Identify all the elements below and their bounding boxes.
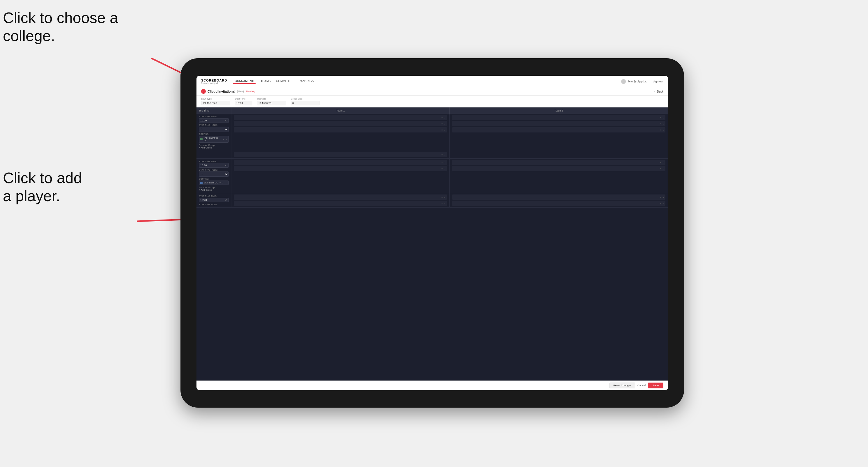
start-type-label: Start Type — [201, 97, 230, 100]
slot-x-6-1[interactable]: × — [659, 196, 661, 198]
slot-x-6-2[interactable]: × — [659, 202, 661, 205]
tee-info-2: STARTING TIME: 10:10 ⏱ STARTING HOLE: 1 … — [196, 159, 231, 193]
tee-row-1: STARTING TIME: 10:00 ⏱ STARTING HOLE: 1 … — [196, 114, 668, 151]
slot-arrow-5-1: ⌄ — [444, 196, 446, 198]
player-slot-3-2[interactable]: × ⌄ — [234, 166, 447, 171]
player-slot-2-3[interactable]: × ⌄ — [452, 127, 665, 132]
add-group-2[interactable]: + Add Group — [199, 189, 229, 191]
team2-cell-3: × ⌄ × ⌄ — [450, 193, 668, 207]
hole-select-2[interactable]: 1 — [199, 172, 229, 177]
player-slot-4-1[interactable]: × ⌄ — [452, 160, 665, 165]
tee-group-1: STARTING TIME: 10:00 ⏱ STARTING HOLE: 1 … — [196, 114, 668, 159]
course-remove-1[interactable]: × — [223, 138, 224, 141]
left-spacer-1 — [196, 151, 231, 158]
group-size-label: Group Size — [291, 97, 320, 100]
slot-arrow-4-2: ⌄ — [662, 167, 664, 170]
course-remove-2[interactable]: × — [219, 181, 221, 184]
group-size-select[interactable]: 3 — [291, 101, 320, 105]
logo-sub: Powered by clippd — [201, 82, 227, 84]
time-input-2[interactable]: 10:10 ⏱ — [199, 163, 229, 168]
logo-title: SCOREBOARD — [201, 79, 227, 82]
player-slot-2-1[interactable]: × ⌄ — [452, 115, 665, 120]
slot-x-4-2[interactable]: × — [659, 167, 661, 170]
player-slot-1-2[interactable]: × ⌄ — [234, 121, 447, 126]
slot-arrow-3-1: ⌄ — [444, 161, 446, 164]
player-slot-4-2[interactable]: × ⌄ — [452, 166, 665, 171]
tee-row-2: STARTING TIME: 10:10 ⏱ STARTING HOLE: 1 … — [196, 159, 668, 193]
team2-cell-2: × ⌄ × ⌄ — [450, 159, 668, 193]
top-nav: SCOREBOARD Powered by clippd TOURNAMENTS… — [196, 76, 668, 87]
course-slot-arrow-1: ⌄ — [444, 153, 446, 156]
bottom-bar: Reset Changes Cancel Save — [196, 380, 668, 390]
player-slot-1-3[interactable]: × ⌄ — [234, 127, 447, 132]
reset-button[interactable]: Reset Changes — [610, 382, 635, 388]
remove-group-1[interactable]: Remove Group — [199, 144, 229, 147]
slot-arrow-1-1: ⌄ — [444, 117, 446, 119]
start-time-input[interactable] — [235, 101, 252, 105]
player-slot-1-1[interactable]: × ⌄ — [234, 115, 447, 120]
slot-x-2-1[interactable]: × — [659, 117, 661, 119]
nav-rankings[interactable]: RANKINGS — [299, 79, 314, 84]
time-input-3[interactable]: 10:20 ⏱ — [199, 198, 229, 203]
starting-hole-label-1: STARTING HOLE: — [199, 124, 229, 126]
nav-tournaments[interactable]: TOURNAMENTS — [233, 79, 255, 84]
player-slot-6-1[interactable]: × ⌄ — [452, 194, 665, 200]
annotation-add-player: Click to add a player. — [3, 169, 82, 205]
slot-x-1-1[interactable]: × — [441, 117, 443, 119]
slot-arrow-6-2: ⌄ — [662, 202, 664, 205]
schedule-scroll[interactable]: Tee Time Team 1 Team 2 STARTING TIME: 10… — [196, 107, 668, 380]
slot-x-4-1[interactable]: × — [659, 161, 661, 164]
remove-group-2[interactable]: Remove Group — [199, 186, 229, 189]
slot-arrow-2-3: ⌄ — [662, 129, 664, 131]
slot-x-3-1[interactable]: × — [441, 161, 443, 164]
starting-time-label-2: STARTING TIME: — [199, 160, 229, 162]
user-avatar — [621, 79, 626, 84]
start-type-select[interactable]: 1st Tee Start — [201, 101, 230, 105]
course-dot-2 — [200, 182, 203, 184]
intervals-select[interactable]: 10 Minutes — [257, 101, 286, 105]
player-slot-5-1[interactable]: × ⌄ — [234, 194, 447, 200]
nav-committee[interactable]: COMMITTEE — [276, 79, 293, 84]
slot-x-1-2[interactable]: × — [441, 123, 443, 125]
time-input-1[interactable]: 10:00 ⏱ — [199, 118, 229, 123]
course-cell-1b — [450, 151, 668, 158]
action-links-1: Remove Group + Add Group — [199, 144, 229, 149]
nav-teams[interactable]: TEAMS — [261, 79, 271, 84]
sign-out-link[interactable]: Sign out — [653, 80, 663, 83]
course-slot-x-1[interactable]: × — [441, 153, 443, 156]
back-button[interactable]: < Back — [654, 90, 663, 93]
slot-x-5-2[interactable]: × — [441, 202, 443, 205]
team1-cell-1: × ⌄ × ⌄ × ⌄ — [231, 114, 450, 151]
slot-arrow-1-3: ⌄ — [444, 129, 446, 131]
course-arrow-2: ⌄ — [222, 181, 224, 184]
cancel-button[interactable]: Cancel — [638, 382, 646, 388]
player-slot-5-2[interactable]: × ⌄ — [234, 200, 447, 206]
course-slot-1[interactable]: × ⌄ — [234, 152, 447, 157]
slot-x-1-3[interactable]: × — [441, 129, 443, 131]
start-type-group: Start Type 1st Tee Start — [201, 97, 230, 105]
slot-arrow-3-2: ⌄ — [444, 167, 446, 170]
hole-select-1[interactable]: 1 — [199, 127, 229, 132]
tee-row-3: STARTING TIME: 10:20 ⏱ STARTING HOLE: × — [196, 193, 668, 207]
player-slot-6-2[interactable]: × ⌄ — [452, 200, 665, 206]
starting-hole-label-3: STARTING HOLE: — [199, 204, 229, 206]
slot-x-3-2[interactable]: × — [441, 167, 443, 170]
player-slot-3-1[interactable]: × ⌄ — [234, 160, 447, 165]
group-size-group: Group Size 3 — [291, 97, 320, 105]
save-button[interactable]: Save — [648, 382, 663, 388]
slot-x-2-2[interactable]: × — [659, 123, 661, 125]
tee-info-3: STARTING TIME: 10:20 ⏱ STARTING HOLE: — [196, 193, 231, 207]
course-row-1: × ⌄ — [196, 151, 668, 158]
nav-links: TOURNAMENTS TEAMS COMMITTEE RANKINGS — [233, 79, 621, 84]
slot-arrow-6-1: ⌄ — [662, 196, 664, 198]
player-slot-2-2[interactable]: × ⌄ — [452, 121, 665, 126]
slot-x-2-3[interactable]: × — [659, 129, 661, 131]
th-team2: Team 2 — [450, 107, 668, 114]
slot-x-5-1[interactable]: × — [441, 196, 443, 198]
intervals-label: Intervals — [257, 97, 286, 100]
start-time-label: Start Time — [235, 97, 252, 100]
settings-row: Start Type 1st Tee Start Start Time Inte… — [196, 96, 668, 107]
team1-cell-3: × ⌄ × ⌄ — [231, 193, 450, 207]
course-label-2: COURSE: — [199, 178, 229, 180]
add-group-1[interactable]: + Add Group — [199, 147, 229, 149]
